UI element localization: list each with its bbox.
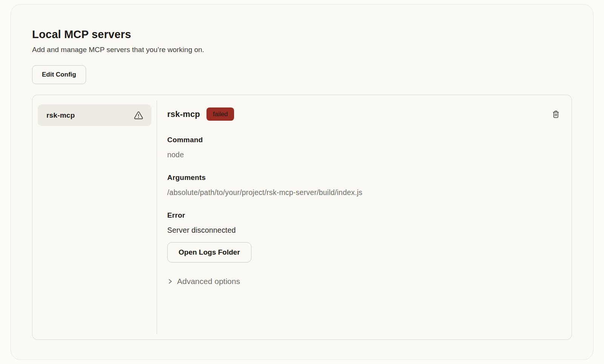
server-detail-title: rsk-mcp: [167, 109, 200, 119]
server-list-item-rsk-mcp[interactable]: rsk-mcp: [38, 104, 151, 126]
status-badge: failed: [206, 108, 234, 121]
edit-config-button[interactable]: Edit Config: [32, 65, 86, 84]
warning-icon: [134, 111, 143, 120]
trash-icon: [552, 110, 560, 119]
delete-server-button[interactable]: [551, 109, 561, 120]
server-panel: rsk-mcp rsk-mcp failed: [32, 95, 572, 340]
field-command-label: Command: [167, 136, 561, 144]
field-command: Command node: [167, 136, 561, 159]
open-logs-folder-button[interactable]: Open Logs Folder: [167, 242, 251, 263]
field-command-value: node: [167, 151, 561, 159]
page-subtitle: Add and manage MCP servers that you’re w…: [32, 45, 572, 55]
local-mcp-servers-section: Local MCP servers Add and manage MCP ser…: [11, 5, 593, 359]
settings-card: Local MCP servers Add and manage MCP ser…: [11, 4, 593, 360]
server-list: rsk-mcp: [32, 95, 157, 339]
field-arguments-label: Arguments: [167, 174, 561, 182]
page-title: Local MCP servers: [32, 28, 572, 41]
server-detail: rsk-mcp failed: [157, 95, 572, 339]
field-arguments: Arguments /absolute/path/to/your/project…: [167, 174, 561, 197]
server-list-item-label: rsk-mcp: [46, 111, 75, 120]
field-error-value: Server disconnected: [167, 226, 561, 235]
chevron-right-icon: [167, 278, 173, 285]
server-detail-header: rsk-mcp failed: [167, 108, 561, 121]
field-error: Error Server disconnected: [167, 211, 561, 235]
advanced-options-toggle[interactable]: Advanced options: [167, 277, 240, 286]
field-error-label: Error: [167, 211, 561, 220]
field-arguments-value: /absolute/path/to/your/project/rsk-mcp-s…: [167, 188, 561, 197]
advanced-options-label: Advanced options: [177, 277, 240, 286]
